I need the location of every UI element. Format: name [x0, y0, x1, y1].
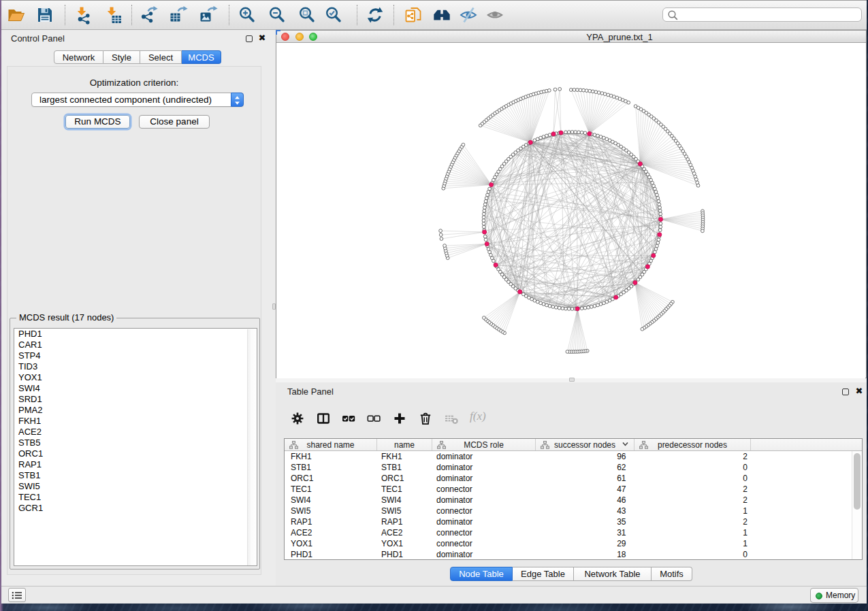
search-network-icon[interactable] [432, 5, 451, 24]
toolbar-separator [229, 5, 229, 25]
table-row-SWI5[interactable]: SWI5SWI5connector431 [285, 506, 862, 516]
delete-table-icon[interactable] [444, 411, 459, 426]
refresh-view-icon[interactable] [366, 5, 385, 24]
mcds-result-item[interactable]: SWI5 [14, 481, 257, 492]
tab-mcds[interactable]: MCDS [182, 50, 221, 64]
control-panel-close-icon[interactable]: ✖ [258, 33, 266, 43]
hide-panel-icon[interactable] [459, 5, 478, 24]
task-list-icon [12, 591, 22, 600]
table-row-RAP1[interactable]: RAP1RAP1dominator352 [285, 516, 862, 527]
cell-name: SWI5 [381, 506, 430, 516]
table-row-PHD1[interactable]: PHD1PHD1dominator180 [285, 549, 862, 560]
minimize-window-icon[interactable] [295, 33, 304, 41]
cell-predecessor-nodes: 1 [634, 527, 748, 538]
control-panel-tabs: NetworkStyleSelectMCDS [54, 50, 221, 64]
table-row-SWI4[interactable]: SWI4SWI4dominator462 [285, 495, 862, 506]
splitter-grip-icon[interactable] [569, 378, 575, 382]
cell-name: SWI4 [381, 495, 430, 506]
import-table-icon[interactable] [103, 5, 123, 24]
save-session-icon[interactable] [35, 5, 54, 24]
network-window-titlebar[interactable]: YPA_prune.txt_1 [276, 31, 866, 43]
memory-button[interactable]: Memory [810, 588, 858, 603]
tab-network-table[interactable]: Network Table [574, 567, 652, 581]
show-columns-icon[interactable] [316, 411, 331, 426]
cell-name: ORC1 [381, 473, 430, 484]
cell-predecessor-nodes: 2 [634, 495, 748, 506]
mcds-result-item[interactable]: RAP1 [14, 459, 257, 470]
tab-motifs[interactable]: Motifs [652, 567, 692, 581]
search-box[interactable] [662, 7, 862, 22]
column-header-predecessor-nodes[interactable]: predecessor nodes [634, 439, 751, 450]
table-row-ORC1[interactable]: ORC1ORC1dominator610 [285, 473, 862, 484]
table-options-icon[interactable] [290, 411, 305, 426]
mcds-result-item[interactable]: CAR1 [14, 340, 257, 350]
column-header-MCDS-role[interactable]: MCDS role [432, 439, 536, 450]
mcds-result-item[interactable]: SWI4 [14, 383, 257, 394]
control-panel-float-icon[interactable] [246, 35, 253, 42]
optimization-criterion-select[interactable]: largest connected component (undirected) [31, 93, 244, 107]
mcds-result-item[interactable]: PMA2 [14, 405, 257, 416]
table-row-YOX1[interactable]: YOX1YOX1connector291 [285, 538, 862, 549]
tab-style[interactable]: Style [103, 50, 140, 64]
zoom-fit-icon[interactable] [298, 5, 317, 24]
mcds-result-item[interactable]: TEC1 [14, 492, 257, 503]
zoom-in-icon[interactable] [238, 5, 257, 24]
cell-MCDS-role: connector [436, 506, 533, 516]
table-row-FKH1[interactable]: FKH1FKH1dominator962 [285, 451, 862, 462]
cell-successor-nodes: 46 [536, 495, 626, 506]
table-row-TEC1[interactable]: TEC1TEC1connector472 [285, 484, 862, 495]
tab-edge-table[interactable]: Edge Table [513, 567, 574, 581]
column-header-name[interactable]: name [377, 439, 432, 450]
close-panel-button[interactable]: Close panel [139, 115, 210, 129]
zoom-out-icon[interactable] [268, 5, 287, 24]
task-history-button[interactable] [8, 588, 26, 602]
close-window-icon[interactable] [281, 33, 289, 41]
mcds-result-list[interactable]: PHD1CAR1STP4TID3YOX1SWI4SRD1PMA2FKH1ACE2… [14, 328, 257, 566]
cell-successor-nodes: 43 [536, 506, 626, 516]
mcds-result-item[interactable]: PHD1 [14, 329, 257, 340]
cell-MCDS-role: connector [436, 527, 533, 538]
network-graph[interactable] [276, 44, 865, 378]
network-canvas[interactable] [276, 44, 865, 378]
mcds-result-item[interactable]: STB5 [14, 437, 257, 448]
table-row-STB1[interactable]: STB1STB1dominator620 [285, 462, 862, 473]
open-session-from-icon[interactable] [404, 5, 423, 24]
select-all-rows-icon[interactable] [341, 411, 356, 426]
mcds-result-item[interactable]: FKH1 [14, 416, 257, 427]
import-network-icon[interactable] [74, 5, 93, 24]
mcds-result-item[interactable]: GCR1 [14, 503, 257, 514]
add-column-icon[interactable] [392, 411, 407, 426]
vertical-splitter[interactable] [267, 30, 276, 586]
tab-node-table[interactable]: Node Table [450, 567, 513, 581]
table-panel-close-icon[interactable]: ✖ [855, 386, 863, 396]
search-input[interactable] [679, 9, 856, 20]
unselect-all-rows-icon[interactable] [366, 411, 381, 426]
mcds-result-item[interactable]: TID3 [14, 361, 257, 372]
cell-successor-nodes: 61 [536, 473, 626, 484]
table-panel-float-icon[interactable] [842, 389, 849, 395]
export-image-icon[interactable] [199, 5, 218, 24]
mcds-result-item[interactable]: STP4 [14, 350, 257, 361]
run-mcds-button[interactable]: Run MCDS [65, 115, 130, 129]
list-scrollbar[interactable] [247, 329, 256, 566]
maximize-window-icon[interactable] [309, 33, 317, 41]
column-header-shared-name[interactable]: shared name [285, 439, 377, 450]
export-table-icon[interactable] [169, 5, 188, 24]
delete-columns-icon[interactable] [418, 411, 433, 426]
open-file-icon[interactable] [6, 5, 25, 24]
table-scrollbar[interactable] [852, 451, 862, 559]
cell-MCDS-role: dominator [436, 451, 533, 462]
tab-select[interactable]: Select [140, 50, 182, 64]
tab-network[interactable]: Network [54, 50, 103, 64]
mcds-result-item[interactable]: YOX1 [14, 372, 257, 383]
mcds-result-item[interactable]: ACE2 [14, 427, 257, 437]
table-scrollbar-thumb[interactable] [854, 453, 861, 510]
column-header-successor-nodes[interactable]: successor nodes [536, 439, 634, 450]
mcds-result-item[interactable]: SRD1 [14, 394, 257, 405]
show-panel-icon[interactable] [485, 5, 504, 24]
export-network-icon[interactable] [139, 5, 158, 24]
table-row-ACE2[interactable]: ACE2ACE2connector311 [285, 527, 862, 538]
mcds-result-item[interactable]: STB1 [14, 470, 257, 481]
mcds-result-item[interactable]: ORC1 [14, 448, 257, 459]
zoom-selected-icon[interactable] [324, 5, 343, 24]
